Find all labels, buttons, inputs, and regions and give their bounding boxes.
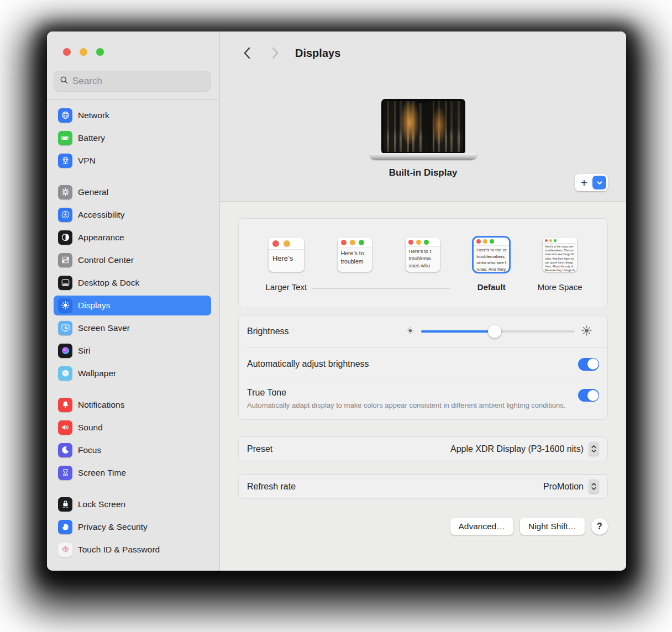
auto-brightness-label: Automatically adjust brightness bbox=[247, 359, 369, 369]
sidebar-item-lock-screen[interactable]: Lock Screen bbox=[54, 494, 211, 514]
sidebar-item-label: Touch ID & Password bbox=[78, 545, 160, 555]
display-name-label: Built-in Display bbox=[389, 167, 458, 178]
resolution-option-label: Default bbox=[477, 282, 506, 292]
lock-icon bbox=[58, 497, 72, 512]
sidebar-item-desktop-dock[interactable]: Desktop & Dock bbox=[54, 273, 211, 293]
sidebar-item-privacy-security[interactable]: Privacy & Security bbox=[54, 517, 211, 537]
moon-icon bbox=[58, 443, 72, 457]
sidebar-item-label: Privacy & Security bbox=[78, 522, 148, 532]
sidebar-item-wallpaper[interactable]: Wallpaper bbox=[54, 364, 211, 383]
night-shift-button[interactable]: Night Shift… bbox=[520, 518, 585, 535]
window-dot-icon bbox=[341, 240, 347, 245]
resolution-thumbnail[interactable]: Here’s to the crazy onetroublemakers. Th… bbox=[543, 238, 577, 272]
auto-brightness-row: Automatically adjust brightness bbox=[239, 347, 607, 381]
sidebar-item-accessibility[interactable]: Accessibility bbox=[54, 205, 211, 225]
macbook-base bbox=[370, 153, 477, 160]
preset-row: Preset Apple XDR Display (P3-1600 nits) bbox=[238, 436, 608, 461]
sidebar-item-label: Displays bbox=[78, 301, 111, 310]
close-window-icon[interactable] bbox=[63, 48, 71, 56]
add-display-button[interactable]: + bbox=[575, 175, 592, 191]
sidebar-item-appearance[interactable]: Appearance bbox=[54, 228, 211, 247]
resolution-thumbnail[interactable]: Here’s to the crtroublemakers.ones who s… bbox=[474, 238, 509, 272]
vpn-globe-icon bbox=[58, 154, 72, 168]
resolution-options: Here’sLarger TextHere’s totroublemHere’s… bbox=[252, 238, 594, 292]
sidebar-item-touch-id-password[interactable]: Touch ID & Password bbox=[54, 540, 211, 560]
window-dot-icon bbox=[408, 240, 413, 245]
resolution-option-larger-text[interactable]: Here’sLarger Text bbox=[256, 238, 317, 292]
window-dot-icon bbox=[554, 239, 556, 242]
resolution-thumbnail[interactable]: Here’s totroublem bbox=[338, 238, 372, 272]
sidebar-item-network[interactable]: Network bbox=[54, 106, 211, 125]
sidebar-item-siri[interactable]: Siri bbox=[54, 341, 211, 361]
thumbnail-sample-text: Here’s to the crazy onetroublemakers. Th… bbox=[543, 244, 577, 272]
sidebar-item-sound[interactable]: Sound bbox=[54, 418, 211, 438]
up-down-chevrons-icon bbox=[591, 482, 597, 491]
minimize-window-icon[interactable] bbox=[80, 48, 87, 56]
resolution-thumbnail[interactable]: Here’s to ttroublemaones who bbox=[406, 238, 440, 272]
thumbnail-sample-text: Here’s bbox=[269, 250, 304, 264]
globe-icon bbox=[58, 108, 72, 123]
window-dot-icon bbox=[284, 240, 290, 247]
sidebar-item-battery[interactable]: Battery bbox=[54, 128, 211, 148]
sidebar-item-focus[interactable]: Focus bbox=[54, 440, 211, 460]
zoom-window-icon[interactable] bbox=[96, 48, 104, 56]
up-down-chevrons-icon bbox=[591, 444, 597, 454]
brightness-card: Brightness bbox=[238, 315, 608, 420]
brightness-dim-icon bbox=[406, 326, 415, 338]
resolution-option-default[interactable]: Here’s to the crtroublemakers.ones who s… bbox=[461, 238, 522, 292]
sidebar-item-label: Siri bbox=[78, 346, 90, 356]
resolution-option-scale-3[interactable]: Here’s to ttroublemaones who bbox=[392, 238, 453, 292]
sidebar-item-label: Battery bbox=[78, 133, 105, 143]
brightness-slider[interactable] bbox=[421, 325, 575, 338]
add-display-menu-button[interactable] bbox=[592, 176, 606, 189]
fingerprint-icon bbox=[58, 543, 72, 557]
help-button[interactable]: ? bbox=[591, 518, 608, 535]
resolution-card: Here’sLarger TextHere’s totroublemHere’s… bbox=[238, 218, 608, 308]
sidebar-item-notifications[interactable]: Notifications bbox=[54, 395, 211, 415]
brightness-slider-knob[interactable] bbox=[488, 325, 501, 338]
sidebar-item-screen-time[interactable]: Screen Time bbox=[54, 463, 211, 483]
search-input[interactable]: Search bbox=[54, 71, 211, 92]
refresh-rate-stepper[interactable] bbox=[589, 480, 599, 493]
back-button[interactable] bbox=[240, 46, 253, 60]
resolution-option-label: Larger Text bbox=[266, 282, 307, 292]
true-tone-toggle[interactable] bbox=[578, 389, 599, 402]
bell-icon bbox=[58, 398, 72, 412]
accessibility-icon bbox=[58, 208, 72, 222]
sidebar-item-label: General bbox=[78, 187, 108, 197]
resolution-thumbnail[interactable]: Here’s bbox=[269, 238, 304, 272]
sidebar-group: GeneralAccessibilityAppearanceControl Ce… bbox=[54, 182, 211, 383]
window-dot-icon bbox=[476, 239, 481, 244]
screen: Search NetworkBatteryVPNGeneralAccessibi… bbox=[0, 0, 672, 632]
resolution-option-more-space[interactable]: Here’s to the crazy onetroublemakers. Th… bbox=[529, 238, 590, 292]
sidebar-item-general[interactable]: General bbox=[54, 182, 211, 202]
refresh-rate-value: ProMotion bbox=[543, 482, 584, 492]
window-dot-icon bbox=[416, 240, 421, 245]
resolution-option-scale-2[interactable]: Here’s totroublem bbox=[324, 238, 385, 292]
preset-stepper[interactable] bbox=[589, 442, 599, 456]
footer-buttons: Advanced… Night Shift… ? bbox=[238, 518, 608, 535]
sidebar-item-control-center[interactable]: Control Center bbox=[54, 250, 211, 270]
advanced-button[interactable]: Advanced… bbox=[450, 518, 513, 535]
sidebar-item-label: Lock Screen bbox=[78, 499, 125, 509]
speaker-icon bbox=[58, 420, 72, 435]
sidebar-item-label: Screen Time bbox=[78, 468, 126, 478]
gear-icon bbox=[58, 185, 72, 199]
sidebar-item-label: Desktop & Dock bbox=[78, 278, 139, 288]
window-dot-icon bbox=[272, 240, 279, 247]
flower-icon bbox=[58, 366, 72, 381]
dock-icon bbox=[58, 276, 72, 290]
sidebar: Search NetworkBatteryVPNGeneralAccessibi… bbox=[47, 31, 220, 571]
sidebar-item-vpn[interactable]: VPN bbox=[54, 151, 211, 171]
sidebar-item-label: Appearance bbox=[78, 233, 124, 243]
auto-brightness-toggle[interactable] bbox=[578, 358, 599, 371]
sidebar-item-label: Wallpaper bbox=[78, 368, 116, 378]
sidebar-item-label: Network bbox=[78, 110, 109, 120]
forward-button[interactable] bbox=[269, 46, 282, 60]
siri-orb-icon bbox=[58, 344, 72, 358]
brightness-label: Brightness bbox=[247, 326, 289, 336]
sidebar-item-displays[interactable]: Displays bbox=[54, 296, 211, 315]
search-placeholder: Search bbox=[72, 76, 102, 87]
sidebar-item-screen-saver[interactable]: Screen Saver bbox=[54, 318, 211, 338]
true-tone-label: True Tone bbox=[247, 388, 570, 398]
